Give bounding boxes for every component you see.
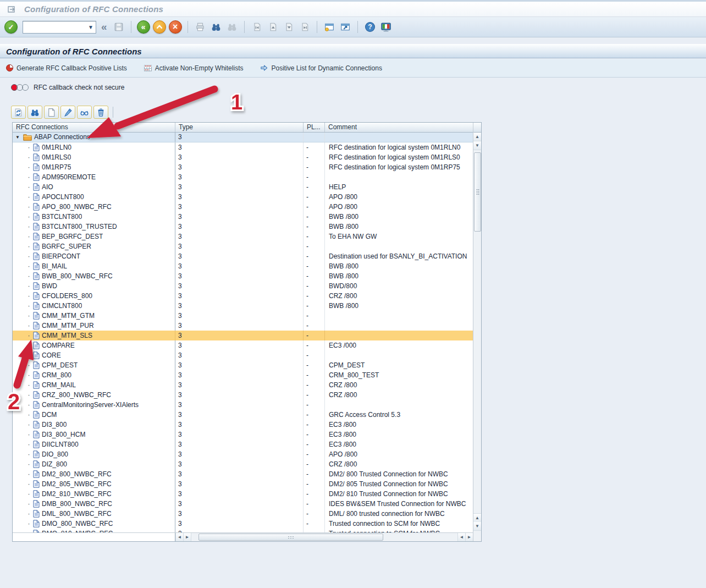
table-row[interactable]: · CORE 3 - — [13, 350, 473, 360]
command-field[interactable]: ▼ — [23, 21, 96, 34]
scroll-left-button[interactable]: ◄ — [175, 533, 183, 541]
print-button[interactable] — [194, 20, 207, 34]
table-row[interactable]: · CPM_DEST 3 - CPM_DEST — [13, 360, 473, 370]
save-button[interactable] — [112, 20, 125, 34]
first-page-button[interactable] — [250, 20, 263, 34]
new-session-button[interactable] — [323, 20, 336, 34]
page-up-button[interactable] — [266, 20, 279, 34]
create-button[interactable] — [44, 106, 59, 119]
tree-bullet-icon: · — [27, 272, 31, 280]
help-button[interactable]: ? — [363, 20, 377, 34]
generate-positive-lists-button[interactable]: Generate RFC Callback Positive Lists — [5, 64, 127, 72]
table-row[interactable]: · DI3_800 3 - EC3 /800 — [13, 420, 473, 430]
table-row[interactable]: · CRM_800 3 - CRM_800_TEST — [13, 370, 473, 380]
vscroll-thumb[interactable] — [474, 152, 481, 232]
exit-button[interactable] — [153, 20, 166, 34]
table-row[interactable]: · BIERPCONT 3 - Destination used for BSA… — [13, 251, 473, 261]
column-header-pl[interactable]: PL... — [304, 123, 325, 132]
table-row[interactable]: · CRM_MAIL 3 - CRZ /800 — [13, 380, 473, 390]
enter-button[interactable]: ✓ — [4, 20, 18, 34]
table-row[interactable]: · B3TCLNT800 3 - BWB /800 — [13, 212, 473, 222]
scroll-right-button[interactable]: ► — [465, 533, 473, 541]
rfc-connection-name: DIO_800 — [42, 450, 68, 458]
pl-value: - — [304, 400, 325, 410]
type-value: 3 — [175, 182, 304, 192]
hscroll-thumb[interactable] — [198, 534, 383, 541]
table-row[interactable]: · DM2_800_NWBC_RFC 3 - DM2/ 800 Trusted … — [13, 469, 473, 479]
page-down-button[interactable] — [282, 20, 295, 34]
table-row[interactable]: · AIO 3 - HELP — [13, 182, 473, 192]
customize-layout-button[interactable] — [379, 20, 393, 34]
table-row[interactable]: · DIO_800 3 - APO /800 — [13, 449, 473, 459]
table-row[interactable]: · B3TCLNT800_TRUSTED 3 - BWB /800 — [13, 222, 473, 232]
table-row[interactable]: · BWB_800_NWBC_RFC 3 - BWB /800 — [13, 271, 473, 281]
table-row[interactable]: · DI3_800_HCM 3 - EC3 /800 — [13, 430, 473, 439]
table-row[interactable]: · CMM_MTM_SLS 3 - — [13, 331, 473, 340]
table-row[interactable]: · 0M1RLS0 3 - RFC destination for logica… — [13, 152, 473, 162]
table-row[interactable]: · DML_800_NWBC_RFC 3 - DML/ 800 trusted … — [13, 509, 473, 519]
cancel-button[interactable]: × — [169, 20, 182, 34]
activate-whitelists-button[interactable]: Activate Non-Empty Whitelists — [144, 64, 244, 72]
table-row[interactable]: · DCM 3 - GRC Access Control 5.3 — [13, 410, 473, 420]
table-row[interactable]: · CRZ_800_NWBC_RFC 3 - CRZ /800 — [13, 390, 473, 400]
rfc-connection-name: B3TCLNT800_TRUSTED — [42, 223, 117, 230]
table-row[interactable]: · CentralMonitoringServer-XIAlerts 3 - — [13, 400, 473, 410]
table-row[interactable]: · CIMCLNT800 3 - BWB /800 — [13, 301, 473, 311]
table-row[interactable]: · APO_800_NWBC_RFC 3 - APO /800 — [13, 202, 473, 212]
column-header-type[interactable]: Type — [175, 123, 304, 132]
table-row[interactable]: · BWD 3 - BWD/800 — [13, 281, 473, 291]
command-input[interactable] — [23, 21, 86, 33]
expand-caret-icon[interactable]: ▼ — [15, 135, 21, 140]
scroll-down-button[interactable]: ▼ — [473, 141, 481, 150]
dynamic-connections-button[interactable]: Positive List for Dynamic Connections — [260, 64, 382, 72]
create-shortcut-button[interactable] — [339, 20, 352, 34]
change-button[interactable] — [60, 106, 75, 119]
table-row[interactable]: · DM2_810_NWBC_RFC 3 - DM2/ 810 Trusted … — [13, 489, 473, 499]
table-row[interactable]: · CFOLDERS_800 3 - CRZ /800 — [13, 291, 473, 301]
table-row[interactable]: · 0M1RP75 3 - RFC destination for logica… — [13, 162, 473, 172]
vscroll-track[interactable] — [473, 150, 481, 513]
table-row[interactable]: · ADM950REMOTE 3 - — [13, 172, 473, 182]
table-row[interactable]: · CMM_MTM_PUR 3 - — [13, 321, 473, 331]
scroll-down-button[interactable]: ▼ — [473, 522, 481, 531]
find-button[interactable] — [209, 20, 223, 34]
column-header-comment[interactable]: Comment — [325, 123, 473, 132]
column-header-rfc-connections[interactable]: RFC Connections — [13, 123, 175, 132]
delete-button[interactable] — [93, 106, 108, 119]
table-row[interactable]: · BI_MAIL 3 - BWB /800 — [13, 261, 473, 271]
scroll-left-button[interactable]: ◄ — [457, 533, 465, 541]
type-value: 3 — [175, 489, 304, 499]
last-page-button[interactable] — [298, 20, 311, 34]
table-row[interactable]: · BGRFC_SUPER 3 - — [13, 241, 473, 251]
find-button[interactable] — [27, 106, 42, 119]
table-row[interactable]: · DIZ_800 3 - CRZ /800 — [13, 459, 473, 469]
table-row[interactable]: · DMB_800_NWBC_RFC 3 - IDES BW&SEM Trust… — [13, 499, 473, 509]
hscroll-track[interactable] — [191, 533, 457, 541]
activate-whitelists-icon — [144, 64, 152, 72]
tree-bullet-icon: · — [27, 193, 31, 201]
table-row[interactable]: · DM2_805_NWBC_RFC 3 - DM2/ 805 Trusted … — [13, 479, 473, 489]
scroll-up-button[interactable]: ▲ — [473, 133, 481, 141]
back-button[interactable]: « — [137, 20, 150, 34]
table-row[interactable]: · DMO_800_NWBC_RFC 3 - Trusted connectio… — [13, 519, 473, 529]
tree-group-row-abap-connections[interactable]: ▼ ABAP Connections 3 — [13, 133, 473, 142]
table-row[interactable]: · COMPARE 3 - EC3 /000 — [13, 340, 473, 350]
table-row[interactable]: · DIICLNT800 3 - EC3 /800 — [13, 439, 473, 449]
refresh-button[interactable] — [11, 106, 26, 119]
comment-value: To EHA NW GW — [325, 232, 473, 241]
collapse-toolbar-button[interactable]: « — [99, 21, 109, 33]
document-icon — [33, 322, 40, 329]
chevron-down-icon[interactable]: ▼ — [86, 24, 96, 30]
display-button[interactable] — [77, 106, 92, 119]
screen-titlebar: Configuration of RFC Connections — [0, 44, 706, 58]
table-row[interactable]: · DMO_810_NWBC_RFC 3 - Trusted connectio… — [13, 529, 473, 532]
table-row[interactable]: · CMM_MTM_GTM 3 - — [13, 311, 473, 321]
scroll-up-button[interactable]: ▲ — [473, 513, 481, 522]
table-row[interactable]: · BEP_BGRFC_DEST 3 - To EHA NW GW — [13, 232, 473, 241]
table-row[interactable]: · APOCLNT800 3 - APO /800 — [13, 192, 473, 202]
scroll-right-button[interactable]: ► — [183, 533, 191, 541]
type-value: 3 — [175, 479, 304, 489]
table-row[interactable]: · 0M1RLN0 3 - RFC destination for logica… — [13, 142, 473, 152]
find-next-button[interactable] — [225, 20, 239, 34]
sapgui-window-icon[interactable] — [5, 3, 19, 16]
